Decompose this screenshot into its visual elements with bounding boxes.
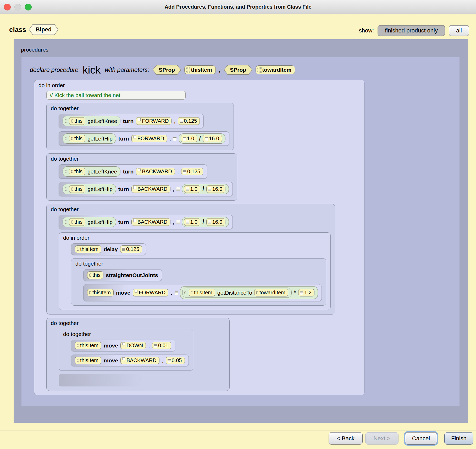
reference-tag[interactable]: this [69, 168, 85, 175]
comma: , [174, 118, 175, 124]
code-block-together[interactable]: do togetherthisItemmoveDOWN,0.01thisItem… [59, 329, 193, 371]
reference-tag[interactable]: this [69, 135, 85, 142]
code-statement[interactable]: thisstraightenOutJoints [83, 269, 162, 281]
tag-text: thisItem [92, 290, 111, 296]
number-value-tag[interactable]: 16.0 [203, 135, 222, 142]
show-finished-product-only-button[interactable]: finished product only [378, 25, 445, 36]
parameter-type-tag[interactable]: SProp [224, 65, 252, 75]
expression-icon [183, 137, 186, 141]
code-block-together[interactable]: do togetherthisgetLeftKneeturnFORWARD,0.… [46, 103, 234, 150]
keyword: delay [104, 246, 118, 252]
reference-tag[interactable]: thisItem [75, 342, 101, 349]
expression-pill[interactable]: 1.0/16.0 [182, 184, 229, 194]
code-statement[interactable]: thisItemmoveBACKWARD,0.05 [71, 355, 189, 366]
code-statement[interactable]: thisgetLeftKneeturnBACKWARD,0.125 [59, 164, 207, 179]
code-statement[interactable]: thisItemdelay0.125 [71, 243, 146, 255]
code-block-together[interactable]: do togetherthisstraightenOutJointsthisIt… [71, 258, 326, 306]
number-value-tag[interactable]: 0.125 [181, 168, 203, 175]
reference-tag[interactable]: thisItem [189, 289, 215, 296]
number-value-tag[interactable]: 1.0 [181, 135, 197, 142]
finish-button[interactable]: Finish [444, 432, 473, 445]
block-label: do together [51, 156, 233, 162]
parameter-name-tag[interactable]: thisItem [184, 65, 216, 74]
next-button[interactable]: Next > [365, 432, 398, 445]
number-value-tag[interactable]: 1.2 [298, 289, 314, 296]
enum-value-tag[interactable]: BACKWARD [120, 357, 159, 364]
number-value-tag[interactable]: 0.01 [152, 342, 171, 349]
block-label: do in order [38, 82, 360, 88]
enum-icon [133, 219, 136, 222]
comma: , [173, 186, 174, 192]
class-row: class Biped [9, 24, 58, 35]
tag-text: BACKWARD [142, 169, 172, 175]
number-value-tag[interactable]: 16.0 [206, 218, 225, 226]
socket-icon [77, 359, 79, 362]
code-statement[interactable]: thisgetLeftHipturnBACKWARD,1.0/16.0 [59, 215, 233, 229]
reference-tag[interactable]: this [69, 185, 85, 193]
expression-pill[interactable]: thisItemgetDistanceTotowardItem*1.2 [180, 286, 318, 299]
code-root: do in order// Kick the ball toward the n… [34, 80, 460, 395]
expression-pill[interactable]: thisgetLeftHip [63, 184, 116, 194]
tag-text: 0.125 [126, 246, 139, 252]
number-value-tag[interactable]: 1.0 [184, 185, 200, 193]
expression-pill[interactable]: thisgetLeftKnee [63, 166, 120, 177]
expression-pill[interactable]: 1.0/16.0 [179, 133, 225, 144]
reference-tag[interactable]: this [87, 271, 103, 279]
show-all-button[interactable]: all [449, 25, 469, 36]
enum-value-tag[interactable]: BACKWARD [136, 168, 175, 175]
method-name: getLeftHip [87, 186, 113, 192]
number-value-tag[interactable]: 0.125 [178, 117, 200, 125]
class-name-tag[interactable]: Biped [29, 24, 58, 35]
expression-pill[interactable]: thisgetLeftHip [63, 133, 116, 144]
tag-text: FORWARD [142, 118, 169, 124]
expression-pill[interactable]: thisItemgetDistanceTotowardItem [182, 288, 292, 298]
procedures-panel-title: procedures [21, 47, 48, 53]
parameter-name-tag[interactable]: towardItem [256, 65, 295, 74]
socket-icon [71, 119, 73, 123]
expression-pill[interactable]: 1.0/16.0 [182, 217, 229, 227]
expression-icon [183, 170, 186, 174]
reference-tag[interactable]: this [69, 117, 85, 125]
expression-icon [175, 291, 178, 295]
number-value-tag[interactable]: 16.0 [206, 185, 225, 193]
reference-tag[interactable]: towardItem [254, 289, 288, 296]
socket-icon [71, 220, 73, 224]
code-block-together[interactable]: do togetherthisgetLeftKneeturnBACKWARD,0… [46, 153, 237, 201]
enum-value-tag[interactable]: FORWARD [131, 135, 167, 142]
reference-tag[interactable]: thisItem [75, 357, 101, 364]
reference-tag[interactable]: thisItem [87, 289, 114, 296]
enum-value-tag[interactable]: FORWARD [136, 117, 171, 125]
tag-text: BACKWARD [137, 219, 168, 225]
code-statement[interactable]: thisItemmoveFORWARD,thisItemgetDistanceT… [83, 284, 322, 301]
code-statement[interactable]: thisItemmoveDOWN,0.01 [71, 340, 175, 351]
enum-value-tag[interactable]: BACKWARD [131, 185, 170, 193]
parameter-stipple-icon [186, 67, 190, 73]
enum-value-tag[interactable]: DOWN [120, 342, 146, 349]
parameter-type-tag[interactable]: SProp [152, 65, 181, 75]
number-value-tag[interactable]: 0.125 [120, 245, 142, 253]
code-block-order[interactable]: do in orderthisItemdelay0.125do together… [59, 232, 331, 310]
socket-icon [77, 248, 79, 251]
number-value-tag[interactable]: 1.0 [184, 218, 200, 226]
code-block-together[interactable]: do togetherdo togetherthisItemmoveDOWN,0… [46, 318, 230, 391]
enum-icon [122, 357, 125, 360]
code-statement[interactable]: thisgetLeftKneeturnFORWARD,0.125 [59, 114, 204, 128]
code-statement[interactable]: thisgetLeftHipturnFORWARD,1.0/16.0 [59, 131, 229, 146]
tag-text: thisItem [80, 246, 98, 252]
code-block-together[interactable]: do togetherthisgetLeftHipturnBACKWARD,1.… [46, 204, 335, 315]
enum-value-tag[interactable]: FORWARD [133, 289, 168, 296]
code-comment[interactable]: // Kick the ball toward the net [46, 91, 186, 100]
reference-tag[interactable]: this [69, 218, 85, 226]
number-value-tag[interactable]: 0.05 [166, 357, 185, 364]
cancel-button[interactable]: Cancel [405, 432, 437, 445]
tag-text: DOWN [126, 343, 143, 349]
method-name: getLeftHip [87, 219, 113, 225]
code-statement[interactable]: thisgetLeftHipturnBACKWARD,1.0/16.0 [59, 182, 233, 196]
enum-value-tag[interactable]: BACKWARD [131, 218, 170, 226]
expression-pill[interactable]: thisgetLeftHip [63, 217, 116, 227]
code-block-order[interactable]: do in order// Kick the ball toward the n… [34, 80, 364, 395]
reference-tag[interactable]: thisItem [75, 245, 101, 253]
expression-pill[interactable]: thisgetLeftKnee [63, 116, 120, 126]
tag-text: this [74, 186, 82, 192]
back-button[interactable]: < Back [329, 432, 363, 445]
